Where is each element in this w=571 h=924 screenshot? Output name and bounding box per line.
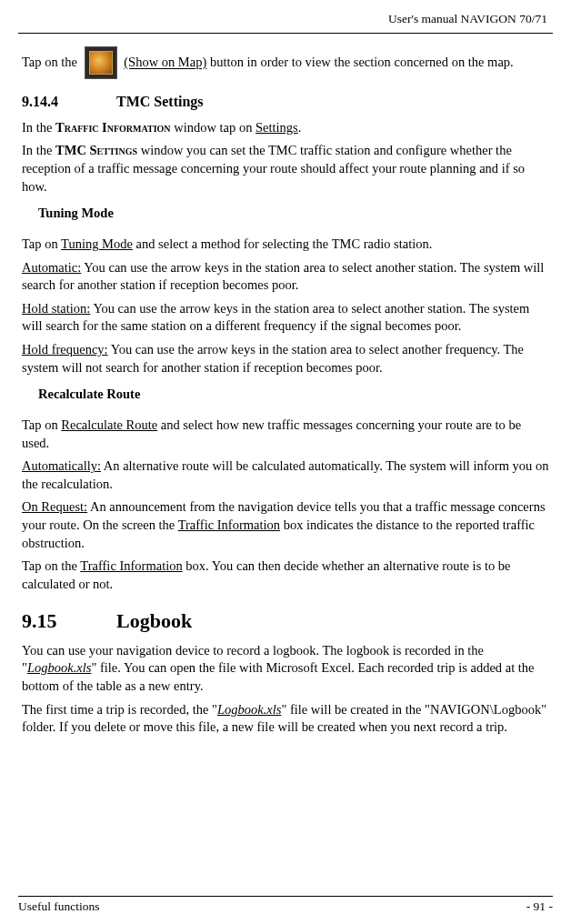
tmc-line-1: In the Traffic Information window tap on… <box>22 119 549 137</box>
recalculate-route-heading: Recalculate Route <box>38 386 549 404</box>
text: Tap on the <box>22 55 81 70</box>
option-label-automatic: Automatic: <box>22 260 81 275</box>
text: Tap on the <box>22 558 80 573</box>
logbook-p2: The first time a trip is recorded, the "… <box>22 701 549 737</box>
section-heading-9-15: 9.15 Logbook <box>22 608 549 635</box>
tuning-automatic: Automatic: You can use the arrow keys in… <box>22 259 549 295</box>
show-on-map-icon <box>85 46 117 79</box>
text: Tap on <box>22 236 61 251</box>
logbook-p1: You can use your navigation device to re… <box>22 642 549 696</box>
text: An alternative route will be calculated … <box>22 458 548 491</box>
option-label-hold-frequency: Hold frequency: <box>22 342 108 357</box>
logbook-filename-2: Logbook.xls <box>217 702 281 717</box>
window-name-tmc-settings: TMC Settings <box>55 143 137 157</box>
text: In the <box>22 120 55 135</box>
tuning-hold-frequency: Hold frequency: You can use the arrow ke… <box>22 341 549 377</box>
section-number: 9.15 <box>22 608 116 635</box>
option-label-hold-station: Hold station: <box>22 301 90 316</box>
window-name-traffic-information: Traffic Information <box>55 120 171 135</box>
section-title: TMC Settings <box>116 92 204 112</box>
recalc-automatically: Automatically: An alternative route will… <box>22 457 549 493</box>
recalculate-route-link: Recalculate Route <box>61 417 157 432</box>
section-heading-9-14-4: 9.14.4 TMC Settings <box>22 92 549 112</box>
recalc-intro: Tap on Recalculate Route and select how … <box>22 417 549 452</box>
tuning-intro: Tap on Tuning Mode and select a method f… <box>22 236 549 254</box>
page-footer: Useful functions - 91 - <box>18 896 553 915</box>
settings-link: Settings <box>255 120 298 135</box>
tmc-line-2: In the TMC Settings window you can set t… <box>22 142 549 196</box>
recalc-tap-box: Tap on the Traffic Information box. You … <box>22 557 549 593</box>
running-header: User's manual NAVIGON 70/71 <box>18 11 553 33</box>
tuning-hold-station: Hold station: You can use the arrow keys… <box>22 300 549 336</box>
text: " file. You can open the file with Micro… <box>22 660 535 693</box>
recalc-on-request: On Request: An announcement from the nav… <box>22 498 549 552</box>
traffic-information-box-1: Traffic Information <box>178 517 280 532</box>
traffic-information-box-2: Traffic Information <box>80 558 182 573</box>
section-title: Logbook <box>116 608 192 635</box>
footer-right-page-number: - 91 - <box>526 899 553 915</box>
show-on-map-button-label: (Show on Map) <box>124 55 206 70</box>
text: button in order to view the section conc… <box>206 55 513 70</box>
header-rule <box>18 33 553 34</box>
text: window tap on <box>171 120 255 135</box>
option-label-automatically: Automatically: <box>22 458 101 473</box>
text: and select a method for selecting the TM… <box>133 236 433 251</box>
footer-left: Useful functions <box>18 899 100 915</box>
option-label-on-request: On Request: <box>22 499 87 514</box>
text: . <box>298 120 302 135</box>
content-body: Tap on the (Show on Map) button in order… <box>18 46 553 736</box>
text: In the <box>22 143 55 157</box>
tuning-mode-heading: Tuning Mode <box>38 205 549 223</box>
page: User's manual NAVIGON 70/71 Tap on the (… <box>0 0 571 924</box>
text: You can use the arrow keys in the statio… <box>22 260 544 293</box>
text: Tap on <box>22 417 61 432</box>
tuning-mode-link: Tuning Mode <box>61 236 133 251</box>
intro-paragraph: Tap on the (Show on Map) button in order… <box>22 46 549 81</box>
text: You can use the arrow keys in the statio… <box>22 301 529 334</box>
section-number: 9.14.4 <box>22 92 116 112</box>
text: The first time a trip is recorded, the " <box>22 702 217 717</box>
logbook-filename-1: Logbook.xls <box>27 660 91 675</box>
